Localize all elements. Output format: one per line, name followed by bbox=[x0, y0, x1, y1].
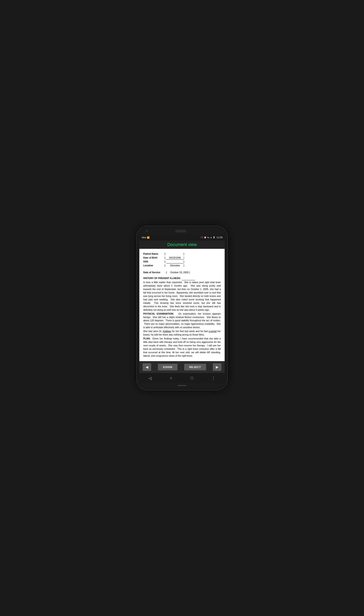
ssn-row: SSN :[ ] bbox=[143, 260, 221, 263]
location-value: Glenview bbox=[166, 264, 183, 267]
home-button[interactable]: ○ bbox=[170, 376, 172, 380]
android-nav: ◁ ○ □ ⋮ bbox=[139, 373, 225, 383]
physical-heading: PHYSICAL EXAMINATION: bbox=[143, 313, 174, 315]
dos-value: :[ October 19, 2005 ] bbox=[166, 271, 190, 274]
patient-name-value bbox=[166, 252, 183, 256]
back-button[interactable]: ◁ bbox=[149, 376, 152, 381]
prev-button[interactable]: ◀ bbox=[143, 363, 151, 371]
plan-section: PLAN: Given her findings today, I have r… bbox=[143, 337, 221, 358]
dr-note-section: She had seen Dr. Kelikian for her feet l… bbox=[143, 330, 221, 337]
blank-field bbox=[182, 277, 195, 280]
location-row: Location :[ Glenview ] bbox=[143, 264, 221, 267]
document-area[interactable]: Patient Name :[ ] Date of Birth :[ 04/23… bbox=[139, 249, 225, 361]
app-title: Document view bbox=[167, 242, 197, 247]
home-indicator bbox=[178, 385, 186, 386]
status-left: !dea 📶 bbox=[142, 236, 149, 239]
battery-icon: 🔋 bbox=[213, 236, 215, 238]
signal-icon: ▲ bbox=[210, 236, 212, 238]
plan-body: PLAN: Given her findings today, I have r… bbox=[143, 337, 221, 358]
history-blank bbox=[182, 277, 195, 279]
phone-top bbox=[139, 230, 225, 234]
status-bar: !dea 📶 📳 ⏰ ▾▴ ▲ 🔋 11:59 bbox=[139, 234, 225, 240]
vibrate-icon: 📳 bbox=[201, 236, 203, 238]
patient-name-label: Patient Name bbox=[143, 252, 163, 256]
phone-screen: !dea 📶 📳 ⏰ ▾▴ ▲ 🔋 11:59 Document view Pa… bbox=[139, 234, 225, 383]
action-buttons: ◀ ESIGN REJECT ▶ bbox=[139, 361, 225, 373]
recents-button[interactable]: □ bbox=[191, 376, 193, 380]
physical-body: PHYSICAL EXAMINATION: On examination, he… bbox=[143, 312, 221, 329]
reject-button[interactable]: REJECT bbox=[184, 364, 206, 370]
front-camera bbox=[146, 230, 148, 232]
camera-area bbox=[146, 230, 148, 232]
alarm-icon: ⏰ bbox=[204, 236, 206, 238]
menu-button[interactable]: ⋮ bbox=[211, 376, 215, 381]
dos-label: Date of Service bbox=[143, 271, 165, 274]
plan-heading: PLAN: bbox=[143, 337, 151, 340]
ssn-label: SSN bbox=[143, 260, 163, 263]
ssn-value bbox=[166, 260, 183, 263]
esign-button[interactable]: ESIGN bbox=[158, 364, 178, 370]
clock-display: 11:59 bbox=[216, 236, 222, 239]
app-header: Document view bbox=[139, 240, 225, 249]
date-of-service-row: Date of Service :[ October 19, 2005 ] bbox=[143, 271, 221, 274]
phone-bottom bbox=[139, 383, 225, 386]
patient-info: Patient Name :[ ] Date of Birth :[ 04/23… bbox=[143, 252, 221, 267]
speaker bbox=[175, 230, 186, 232]
carrier-icon: 📶 bbox=[147, 236, 149, 239]
dob-value: 04/23/1946 bbox=[166, 256, 183, 260]
next-button[interactable]: ▶ bbox=[213, 363, 221, 371]
dr-name: Kelikian bbox=[163, 330, 171, 332]
status-right: 📳 ⏰ ▾▴ ▲ 🔋 11:59 bbox=[201, 236, 222, 239]
dob-row: Date of Birth :[ 04/23/1946 ] bbox=[143, 256, 221, 260]
xray-text: x-rayed bbox=[209, 330, 217, 332]
history-body: is here a little earlier than expected. … bbox=[143, 281, 221, 312]
wifi-icon: ▾▴ bbox=[207, 236, 209, 238]
phone-device: !dea 📶 📳 ⏰ ▾▴ ▲ 🔋 11:59 Document view Pa… bbox=[137, 226, 227, 390]
dob-label: Date of Birth bbox=[143, 256, 163, 259]
patient-name-row: Patient Name :[ ] bbox=[143, 252, 221, 256]
carrier-label: !dea bbox=[142, 236, 146, 239]
history-heading: HISTORY OF PRESENT ILLNESS: bbox=[143, 277, 181, 279]
dr-note-body: She had seen Dr. Kelikian for her feet l… bbox=[143, 330, 221, 337]
location-label: Location bbox=[143, 264, 163, 267]
history-section: HISTORY OF PRESENT ILLNESS: is here a li… bbox=[143, 277, 221, 312]
physical-section: PHYSICAL EXAMINATION: On examination, he… bbox=[143, 312, 221, 329]
